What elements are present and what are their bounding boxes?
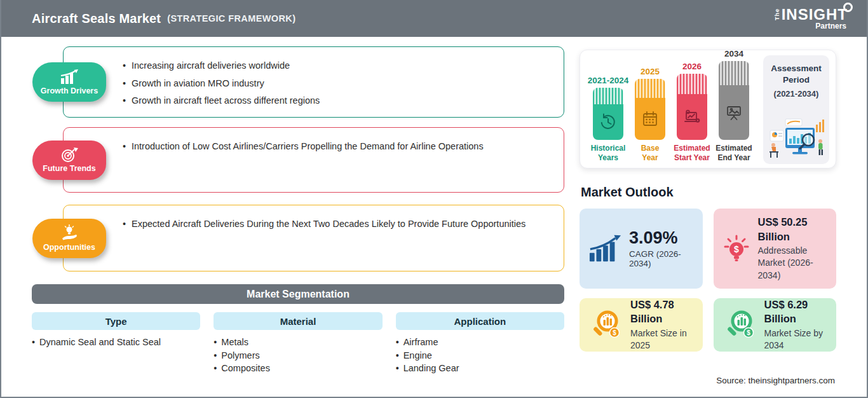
addressable-label: Addressable Market (2026-2034) xyxy=(758,245,828,282)
presentation-screen-icon xyxy=(725,104,743,121)
bullet-item: Increasing aircraft deliveries worldwide xyxy=(123,57,551,75)
bar-base xyxy=(635,79,665,140)
magnifier-bar-chart-icon: $ xyxy=(588,309,623,341)
bar-body xyxy=(635,98,665,140)
cagr-text: 3.09% CAGR (2026-2034) xyxy=(629,229,694,269)
magnifying-glass-icon xyxy=(843,3,853,12)
logo-insight-text: INSIGHT xyxy=(782,7,848,22)
bar-stripes xyxy=(635,79,665,98)
application-items: Airframe Engine Landing Gear xyxy=(396,336,564,375)
brand-logo: The INSIGHT Partners xyxy=(775,7,848,31)
year-label: 2026 xyxy=(682,62,702,71)
market-size-2034-card: $ US$ 6.29 Billion Market Size by 2034 xyxy=(714,298,837,352)
bar-end xyxy=(719,61,749,140)
assessment-period-title: Assessment Period xyxy=(767,63,825,85)
rising-bar-chart-icon xyxy=(59,69,79,86)
column-header-material: Material xyxy=(214,312,382,330)
right-column: 2021-2024 Historical Years xyxy=(580,46,836,397)
future-trends-box: Future Trends Introduction of Low Cost A… xyxy=(63,127,564,193)
timeline-bars: 2021-2024 Historical Years xyxy=(587,55,756,164)
timeline-bar-base: 2025 Ba xyxy=(634,67,666,163)
history-clock-icon xyxy=(599,113,617,131)
segmentation-columns: Type Dynamic Seal and Static Seal Materi… xyxy=(32,312,564,375)
page-title: Aircraft Seals Market xyxy=(32,11,161,26)
size-2025-value: US$ 4.78 Billion xyxy=(630,298,694,326)
timeline-bar-end: 2034 xyxy=(718,49,750,163)
brand-logo-main: The INSIGHT xyxy=(775,7,848,22)
svg-text:$: $ xyxy=(613,329,616,336)
bar-body xyxy=(719,85,749,140)
growth-drivers-list: Increasing aircraft deliveries worldwide… xyxy=(123,57,551,110)
column-header-type: Type xyxy=(32,312,200,330)
magnifier-bar-chart-icon: $ xyxy=(722,309,757,341)
assessment-period-panel: Assessment Period (2021-2034) xyxy=(763,55,829,164)
content-area: Growth Drivers Increasing aircraft deliv… xyxy=(1,37,867,397)
opportunities-box: Opportunities Expected Aircraft Deliveri… xyxy=(63,205,564,271)
size-2034-label: Market Size by 2034 xyxy=(764,327,828,352)
future-trends-list: Introduction of Low Cost Airlines/Carrie… xyxy=(123,138,551,156)
list-item: Polymers xyxy=(214,349,382,362)
market-segmentation-header: Market Segmentation xyxy=(32,284,564,304)
cagr-label: CAGR (2026-2034) xyxy=(629,249,694,268)
bullet-item: Expected Aircraft Deliveries During the … xyxy=(123,216,551,233)
market-segmentation-title: Market Segmentation xyxy=(247,289,349,300)
year-label: 2025 xyxy=(641,67,660,76)
list-item: Composites xyxy=(214,362,382,375)
size-2034-value: US$ 6.29 Billion xyxy=(764,298,828,326)
timeline-bar-historical: 2021-2024 Historical Years xyxy=(592,76,624,163)
year-label: 2034 xyxy=(724,49,743,58)
opportunities-list: Expected Aircraft Deliveries During the … xyxy=(123,216,551,233)
analytics-illustration xyxy=(766,118,826,160)
growth-drivers-pill: Growth Drivers xyxy=(32,62,106,102)
column-header-application: Application xyxy=(396,312,564,330)
addressable-value: US$ 50.25 Billion xyxy=(758,215,828,244)
cagr-card: 3.09% CAGR (2026-2034) xyxy=(580,209,703,289)
size-2034-text: US$ 6.29 Billion Market Size by 2034 xyxy=(764,298,828,352)
bar-stripes xyxy=(593,88,623,104)
bullet-item: Growth in aviation MRO industry xyxy=(123,75,551,93)
laptop-analytics-icon xyxy=(682,109,702,125)
list-item: Engine xyxy=(396,349,564,362)
logo-the-text: The xyxy=(775,8,780,20)
infographic-page: Aircraft Seals Market (STRATEGIC FRAMEWO… xyxy=(0,0,868,398)
size-2025-label: Market Size in 2025 xyxy=(630,327,694,352)
lightbulb-dollar-icon: $ xyxy=(722,232,750,265)
timeline-bar-start: 2026 xyxy=(676,62,708,163)
cagr-value: 3.09% xyxy=(629,229,694,248)
growth-drivers-box: Growth Drivers Increasing aircraft deliv… xyxy=(63,46,564,118)
assessment-timeline-card: 2021-2024 Historical Years xyxy=(580,50,836,168)
opportunities-label: Opportunities xyxy=(43,243,95,252)
bar-stripes xyxy=(677,74,707,94)
bar-caption: Estimated End Year xyxy=(715,144,752,163)
bullet-item: Introduction of Low Cost Airlines/Carrie… xyxy=(123,138,551,156)
addressable-text: US$ 50.25 Billion Addressable Market (20… xyxy=(758,215,828,282)
segmentation-column-application: Application Airframe Engine Landing Gear xyxy=(396,312,564,375)
bar-historical xyxy=(593,88,623,140)
list-item: Dynamic Seal and Static Seal xyxy=(32,336,200,349)
market-outlook-title: Market Outlook xyxy=(581,185,836,200)
svg-text:$: $ xyxy=(734,244,739,254)
target-icon xyxy=(60,147,79,163)
year-label: 2021-2024 xyxy=(588,76,629,85)
list-item: Landing Gear xyxy=(396,362,564,375)
addressable-market-card: $ US$ 50.25 Billion Addressable Market (… xyxy=(714,209,837,289)
page-subtitle: (STRATEGIC FRAMEWORK) xyxy=(167,13,295,24)
market-size-2025-card: $ US$ 4.78 Billion Market Size in 2025 xyxy=(580,298,703,352)
material-items: Metals Polymers Composites xyxy=(214,336,382,375)
growth-chart-arrow-icon xyxy=(588,234,621,263)
segmentation-column-type: Type Dynamic Seal and Static Seal xyxy=(32,312,200,375)
bar-caption: Estimated Start Year xyxy=(674,144,710,163)
bar-body xyxy=(593,104,623,140)
source-attribution: Source: theinsightpartners.com xyxy=(580,376,836,397)
bar-start xyxy=(677,74,707,140)
segmentation-column-material: Material Metals Polymers Composites xyxy=(214,312,382,375)
bar-body xyxy=(677,94,707,140)
list-item: Airframe xyxy=(396,336,564,349)
growth-drivers-label: Growth Drivers xyxy=(41,86,98,95)
list-item: Metals xyxy=(214,336,382,349)
bar-caption: Historical Years xyxy=(591,144,626,163)
future-trends-label: Future Trends xyxy=(43,164,95,173)
type-items: Dynamic Seal and Static Seal xyxy=(32,336,200,349)
left-column: Growth Drivers Increasing aircraft deliv… xyxy=(32,46,564,397)
future-trends-pill: Future Trends xyxy=(32,141,106,180)
